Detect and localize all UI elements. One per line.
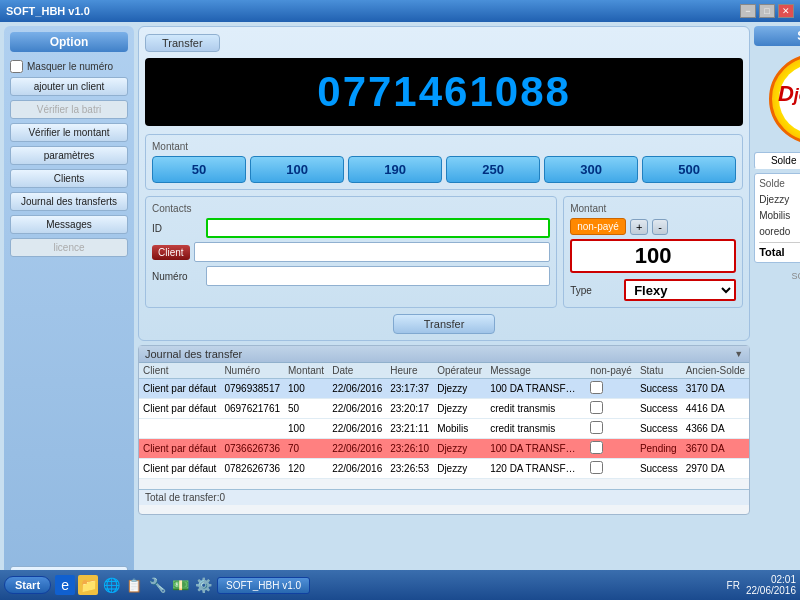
total-label: Total de transfer:0 <box>145 492 225 503</box>
col-date: Date <box>328 363 386 379</box>
taskbar-locale: FR <box>727 580 740 591</box>
transfer-panel: Transfer 0771461088 Montant 50 100 190 2… <box>138 26 750 341</box>
left-sidebar: Option Masquer le numéro ajouter un clie… <box>4 26 134 596</box>
clients-button[interactable]: Clients <box>10 169 128 188</box>
total-footer: Total de transfer:0 <box>139 489 749 505</box>
transfer-tab[interactable]: Transfer <box>145 34 220 52</box>
numero-input[interactable] <box>206 266 550 286</box>
numero-label: Numéro <box>152 271 202 282</box>
taskbar-icon-ie[interactable]: e <box>55 575 75 595</box>
table-row[interactable]: Client par défaut07366267367022/06/20162… <box>139 439 749 459</box>
table-row[interactable]: Client par défaut079693851710022/06/2016… <box>139 379 749 399</box>
window-title: SOFT_HBH v1.0 <box>6 5 90 17</box>
type-select[interactable]: Flexy <box>624 279 736 301</box>
taskbar-right: FR 02:01 22/06/2016 <box>727 574 796 596</box>
type-row: Type Flexy <box>570 279 736 301</box>
transfer-submit-button[interactable]: Transfer <box>393 314 496 334</box>
id-input[interactable] <box>206 218 550 238</box>
nonpaye-row: non-payé + - <box>570 218 736 235</box>
masquer-label: Masquer le numéro <box>27 61 113 72</box>
taskbar-icon-folder[interactable]: 📁 <box>78 575 98 595</box>
table-row[interactable]: Client par défaut078262673612022/06/2016… <box>139 459 749 479</box>
taskbar-time: 02:01 <box>746 574 796 585</box>
contacts-section: Contacts ID Client Numéro <box>145 196 557 308</box>
messages-button[interactable]: Messages <box>10 215 128 234</box>
taskbar-date: 22/06/2016 <box>746 585 796 596</box>
taskbar-active-app[interactable]: SOFT_HBH v1.0 <box>217 577 310 594</box>
client-button[interactable]: Client <box>152 245 190 260</box>
client-input[interactable] <box>194 242 551 262</box>
taskbar-icon-app2[interactable]: 🔧 <box>147 575 167 595</box>
verifier-montant-button[interactable]: Vérifier le montant <box>10 123 128 142</box>
table-row[interactable]: Client par défaut06976217615022/06/20162… <box>139 399 749 419</box>
montant-250[interactable]: 250 <box>446 156 540 183</box>
close-button[interactable]: ✕ <box>778 4 794 18</box>
mobilis-name: Mobilis <box>759 210 790 221</box>
taskbar-icon-app1[interactable]: 📋 <box>124 575 144 595</box>
journal-area: Journal des transfer ▼ Client Numéro Mon… <box>138 345 750 515</box>
djezzy-logo: DjeZZY جازي <box>769 54 800 144</box>
taskbar-icon-chrome[interactable]: 🌐 <box>101 575 121 595</box>
title-bar: SOFT_HBH v1.0 − □ ✕ <box>0 0 800 22</box>
center-area: Transfer 0771461088 Montant 50 100 190 2… <box>138 26 750 596</box>
contacts-label: Contacts <box>152 203 550 214</box>
verifier-batri-button[interactable]: Vérifier la batri <box>10 100 128 119</box>
statut-header: Statut <box>754 26 800 46</box>
montant-500[interactable]: 500 <box>642 156 736 183</box>
montant-right-section: Montant non-payé + - 100 Type Flexy <box>563 196 743 308</box>
masquer-row: Masquer le numéro <box>10 60 128 73</box>
table-row[interactable]: 10022/06/201623:21:11Mobiliscredit trans… <box>139 419 749 439</box>
djezzy-text: DjeZZY <box>778 81 800 107</box>
main-content: Option Masquer le numéro ajouter un clie… <box>0 22 800 600</box>
col-numero: Numéro <box>220 363 284 379</box>
taskbar-icon-app3[interactable]: 💵 <box>170 575 190 595</box>
phone-display: 0771461088 <box>145 58 743 126</box>
start-button[interactable]: Start <box>4 576 51 594</box>
soft-hbh-label: SOFT HBH <box>754 271 800 281</box>
journal-scroll[interactable]: ▼ <box>734 349 743 359</box>
mobilis-row: Mobilis 4176 <box>759 209 800 222</box>
montant-300[interactable]: 300 <box>544 156 638 183</box>
parametres-button[interactable]: paramètres <box>10 146 128 165</box>
minimize-button[interactable]: − <box>740 4 756 18</box>
id-row: ID <box>152 218 550 238</box>
ooredo-row: ooredo 0 <box>759 225 800 238</box>
col-heure: Heure <box>386 363 433 379</box>
ajouter-client-button[interactable]: ajouter un client <box>10 77 128 96</box>
col-client: Client <box>139 363 220 379</box>
montant-label: Montant <box>152 141 736 152</box>
col-statu: Statu <box>636 363 682 379</box>
montant-100[interactable]: 100 <box>250 156 344 183</box>
montant-buttons: 50 100 190 250 300 500 <box>152 156 736 183</box>
plus-button[interactable]: + <box>630 219 648 235</box>
djezzy-inner: DjeZZY جازي <box>779 64 800 134</box>
id-label: ID <box>152 223 202 234</box>
montant-50[interactable]: 50 <box>152 156 246 183</box>
title-bar-controls: − □ ✕ <box>740 4 794 18</box>
journal-transfers-button[interactable]: Journal des transferts <box>10 192 128 211</box>
total-row: Total 7026 DA <box>759 242 800 258</box>
montant-190[interactable]: 190 <box>348 156 442 183</box>
maximize-button[interactable]: □ <box>759 4 775 18</box>
numero-row: Numéro <box>152 266 550 286</box>
djezzy-name: Djezzy <box>759 194 789 205</box>
taskbar-clock: 02:01 22/06/2016 <box>746 574 796 596</box>
licence-button[interactable]: licence <box>10 238 128 257</box>
total-name: Total <box>759 246 784 258</box>
col-solde: Ancien-Solde <box>682 363 749 379</box>
minus-button[interactable]: - <box>652 219 668 235</box>
solde-tabs: Solde Cle 3G <box>754 152 800 169</box>
masquer-checkbox[interactable] <box>10 60 23 73</box>
col-operateur: Opérateur <box>433 363 486 379</box>
montant-display-row: 100 <box>570 239 736 273</box>
col-montant: Montant <box>284 363 328 379</box>
journal-scroll-area[interactable]: Client Numéro Montant Date Heure Opérate… <box>139 363 749 489</box>
non-paye-button[interactable]: non-payé <box>570 218 626 235</box>
solde-tab[interactable]: Solde <box>754 152 800 169</box>
solde-panel-title: Solde <box>759 178 800 189</box>
col-message: Message <box>486 363 586 379</box>
journal-title: Journal des transfer <box>145 348 242 360</box>
option-header: Option <box>10 32 128 52</box>
taskbar-icon-app4[interactable]: ⚙️ <box>193 575 213 595</box>
journal-table: Client Numéro Montant Date Heure Opérate… <box>139 363 749 479</box>
